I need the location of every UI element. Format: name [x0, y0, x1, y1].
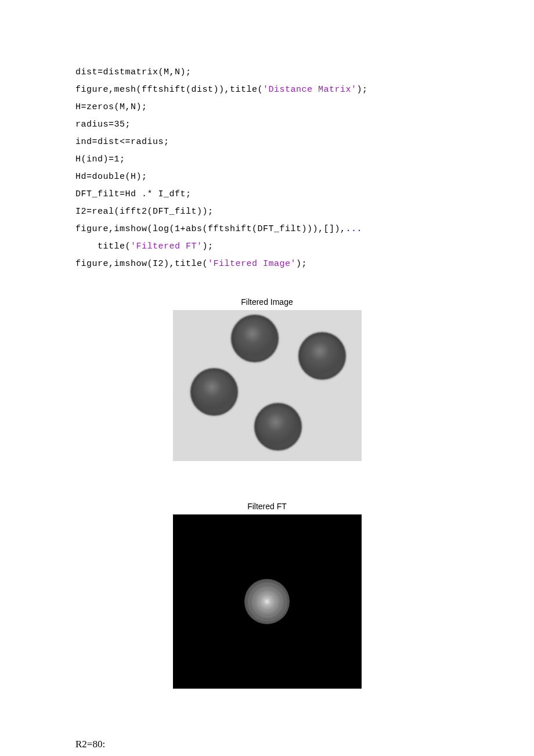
ft-spectrum-icon: [244, 579, 290, 624]
figure-title: Filtered FT: [247, 502, 287, 511]
code-line: H=zeros(M,N);: [75, 102, 147, 112]
continuation-ellipsis: ...: [346, 224, 363, 234]
code-line: H(ind)=1;: [75, 154, 125, 164]
coin-icon: [254, 403, 302, 451]
bottom-label: R2=80:: [75, 739, 459, 750]
coin-icon: [231, 315, 279, 362]
code-line: ind=dist<=radius;: [75, 137, 169, 147]
code-line: figure,imshow(I2),title(: [75, 259, 208, 269]
string-literal: 'Filtered Image': [208, 259, 296, 269]
page-content: dist=distmatrix(M,N); figure,mesh(fftshi…: [0, 0, 534, 756]
code-line: DFT_filt=Hd .* I_dft;: [75, 189, 192, 199]
coin-icon: [190, 368, 238, 416]
code-line: dist=distmatrix(M,N);: [75, 67, 192, 77]
figure-title: Filtered Image: [241, 297, 293, 307]
ring-icon: [248, 583, 287, 621]
code-text: );: [296, 259, 307, 269]
code-line: I2=real(ifft2(DFT_filt));: [75, 207, 214, 217]
filtered-image: [173, 310, 362, 461]
code-line: figure,mesh(fftshift(dist)),title(: [75, 85, 263, 95]
code-block: dist=distmatrix(M,N); figure,mesh(fftshi…: [75, 64, 459, 273]
code-line: figure,imshow(log(1+abs(fftshift(DFT_fil…: [75, 224, 346, 234]
code-line: radius=35;: [75, 120, 131, 129]
figure-filtered-ft: Filtered FT: [75, 502, 459, 689]
string-literal: 'Distance Matrix': [263, 85, 357, 95]
filtered-ft-image: [173, 514, 362, 689]
code-line: Hd=double(H);: [75, 172, 147, 182]
code-line: title(: [75, 242, 131, 251]
code-text: );: [203, 242, 214, 251]
string-literal: 'Filtered FT': [131, 242, 203, 251]
figure-filtered-image: Filtered Image: [75, 297, 459, 461]
code-text: );: [357, 85, 368, 95]
coin-icon: [298, 332, 346, 380]
